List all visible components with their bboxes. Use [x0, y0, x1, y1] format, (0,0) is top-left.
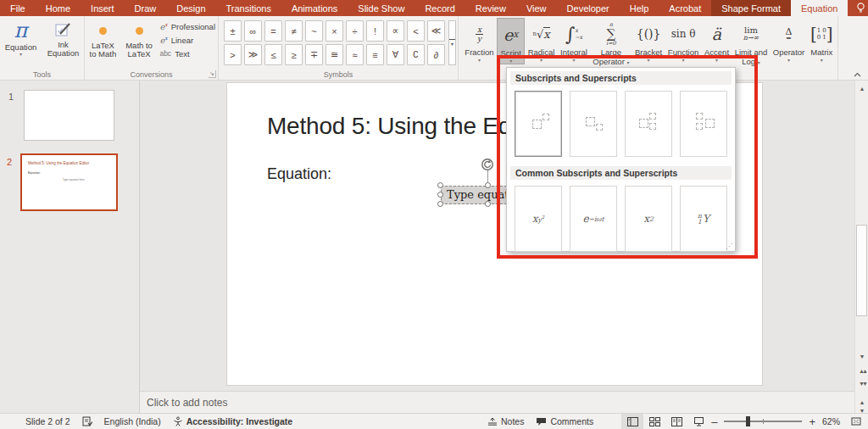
x-sub-y-squared-tile[interactable]: xy2: [515, 186, 562, 252]
symbol-approx-equal[interactable]: ≅: [326, 44, 343, 65]
tab-help[interactable]: Help: [620, 0, 659, 16]
rotate-handle[interactable]: [481, 158, 494, 171]
notes-pane[interactable]: Click to add notes: [140, 391, 854, 413]
symbol-factorial[interactable]: !: [366, 20, 384, 42]
scroll-down-button[interactable]: ▼: [855, 350, 868, 362]
symbol-plus-minus[interactable]: ±: [224, 20, 242, 42]
tell-me-button[interactable]: Tell me: [848, 0, 868, 16]
spell-check-button[interactable]: [76, 414, 98, 429]
reading-view-button[interactable]: [665, 414, 687, 429]
tab-equation[interactable]: Equation: [791, 0, 848, 16]
tab-review[interactable]: Review: [465, 0, 516, 16]
slide-thumbnail-1[interactable]: [24, 90, 114, 141]
next-slide-button[interactable]: ▼▼: [855, 378, 868, 390]
zoom-slider-thumb[interactable]: [746, 416, 750, 426]
function-button[interactable]: sin θ Function ▾: [665, 18, 702, 63]
tab-design[interactable]: Design: [166, 0, 215, 16]
x-squared-tile[interactable]: x2: [625, 186, 672, 252]
large-operator-button[interactable]: n∑i=0 Large Operator ▾: [590, 18, 632, 66]
zoom-level-indicator[interactable]: 62%: [817, 414, 845, 429]
slide-sorter-view-button[interactable]: [643, 414, 665, 429]
symbol-not-equal[interactable]: ≠: [285, 20, 303, 42]
symbol-partial[interactable]: ∂: [427, 44, 445, 65]
left-subscript-superscript-tile[interactable]: [680, 91, 727, 157]
tab-transitions[interactable]: Transitions: [216, 0, 281, 16]
prescript-y-tile[interactable]: n1Y: [680, 186, 727, 252]
symbol-less-than[interactable]: <: [407, 20, 425, 42]
symbol-proportional[interactable]: ∝: [387, 20, 404, 42]
tab-acrobat[interactable]: Acrobat: [659, 0, 711, 16]
slide-thumbnail-2[interactable]: Method 5: Using the Equation Editor Equa…: [20, 153, 118, 211]
selection-handle-top-center[interactable]: [485, 182, 491, 188]
accessibility-checker[interactable]: Accessibility: Investigate: [167, 414, 298, 429]
conversions-dialog-launcher-icon[interactable]: ↘: [209, 70, 216, 78]
zoom-in-button[interactable]: +: [807, 415, 817, 428]
symbol-less-equal[interactable]: ≤: [264, 44, 282, 65]
symbol-multiply[interactable]: ×: [326, 20, 343, 42]
selection-handle-middle-left[interactable]: [437, 192, 443, 198]
symbol-divide[interactable]: ÷: [346, 20, 364, 42]
symbol-identical[interactable]: ≡: [366, 44, 384, 65]
collapse-ribbon-icon[interactable]: [854, 72, 861, 77]
symbol-infinity[interactable]: ∞: [244, 20, 262, 42]
tab-animations[interactable]: Animations: [281, 0, 348, 16]
scrollbar-thumb[interactable]: [856, 225, 867, 316]
limit-and-log-button[interactable]: limn→∞ Limit and Log ▾: [732, 18, 770, 66]
scroll-up-button[interactable]: ▲: [855, 82, 868, 94]
previous-slide-button[interactable]: ▲▲: [855, 365, 868, 377]
radical-button[interactable]: n√x Radical ▾: [525, 18, 557, 63]
text-button[interactable]: abc Text: [157, 47, 218, 60]
symbol-much-greater[interactable]: ≫: [244, 44, 262, 65]
symbol-for-all[interactable]: ∀: [387, 44, 404, 65]
symbol-equals[interactable]: =: [264, 20, 282, 42]
zoom-out-button[interactable]: –: [709, 415, 719, 428]
thumbnail-number-1: 1: [8, 92, 14, 102]
symbols-more-button[interactable]: ▾: [448, 20, 456, 65]
tab-file[interactable]: File: [0, 0, 36, 16]
zoom-slider[interactable]: [724, 421, 802, 422]
symbol-almost-equal[interactable]: ≈: [346, 44, 364, 65]
symbol-greater-equal[interactable]: ≥: [285, 44, 303, 65]
bracket-button[interactable]: {()} Bracket ▾: [632, 18, 665, 63]
comments-button[interactable]: Comments: [530, 414, 599, 429]
operator-button[interactable]: Δ═ Operator ▾: [770, 18, 807, 63]
common-subscripts-superscripts-header: Common Subscripts and Superscripts: [510, 166, 732, 180]
tab-shape-format[interactable]: Shape Format: [711, 0, 791, 16]
selection-handle-bottom-left[interactable]: [437, 201, 443, 207]
language-indicator[interactable]: English (India): [98, 414, 167, 429]
normal-view-button[interactable]: [621, 414, 643, 429]
symbol-greater-than[interactable]: >: [224, 44, 242, 65]
symbol-complement[interactable]: ∁: [407, 44, 425, 65]
matrix-button[interactable]: [1001] Matrix ▾: [808, 18, 837, 63]
script-button[interactable]: ex Script ▾: [497, 18, 525, 64]
symbol-much-less[interactable]: ≪: [427, 20, 445, 42]
selection-handle-top-left[interactable]: [437, 182, 443, 188]
accessibility-icon: [173, 416, 183, 426]
tab-record[interactable]: Record: [415, 0, 465, 16]
selection-handle-bottom-center[interactable]: [485, 201, 491, 207]
symbol-tilde[interactable]: ~: [305, 20, 323, 42]
tools-group-label: Tools: [0, 70, 84, 79]
equation-text[interactable]: Equation:: [267, 165, 331, 183]
integral-button[interactable]: ∫x−x Integral ▾: [558, 18, 590, 63]
tab-draw[interactable]: Draw: [125, 0, 167, 16]
tab-developer[interactable]: Developer: [557, 0, 620, 16]
fit-slide-button[interactable]: [845, 414, 868, 429]
professional-button[interactable]: ex Professional: [157, 20, 218, 33]
subscript-superscript-tile[interactable]: [625, 91, 672, 157]
tab-view[interactable]: View: [516, 0, 557, 16]
fraction-button[interactable]: xy Fraction ▾: [462, 18, 497, 63]
accent-button[interactable]: ä Accent ▾: [702, 18, 732, 63]
tab-insert[interactable]: Insert: [81, 0, 125, 16]
slide-show-button[interactable]: [687, 414, 709, 429]
resize-grip-icon[interactable]: ⋰: [726, 242, 732, 250]
superscript-tile[interactable]: [515, 91, 562, 157]
tab-slide-show[interactable]: Slide Show: [348, 0, 415, 16]
tab-home[interactable]: Home: [36, 0, 81, 16]
symbols-group-label: Symbols: [219, 70, 458, 79]
e-power-minus-i-omega-t-tile[interactable]: e−iωt: [570, 186, 617, 252]
symbol-minus-plus[interactable]: ∓: [305, 44, 323, 65]
linear-button[interactable]: ex Linear: [157, 33, 218, 47]
subscript-tile[interactable]: [570, 91, 617, 157]
notes-toggle-button[interactable]: Notes: [481, 414, 530, 429]
